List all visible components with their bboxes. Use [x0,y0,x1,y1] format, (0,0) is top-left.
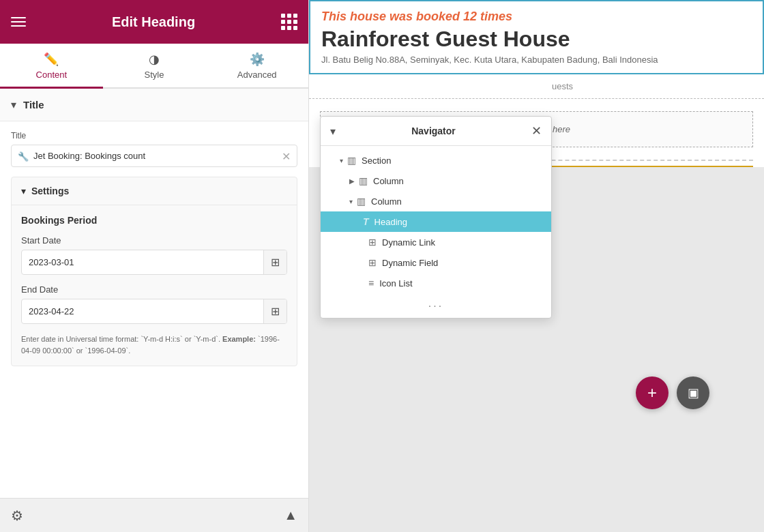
nav-dynfield-label: Dynamic Field [382,258,438,268]
nav-col2-icon: ▥ [357,196,366,207]
panel-header: Edit Heading [0,0,308,44]
end-date-label: End Date [21,284,287,295]
left-panel: Edit Heading ✏️ Content ◑ Style ⚙️ Advan… [0,0,309,532]
nav-col1-label: Column [373,176,404,186]
tab-advanced[interactable]: ⚙️ Advanced [205,44,308,89]
nav-item-dynamic-link[interactable]: ⊞ Dynamic Link [321,232,551,252]
canvas-subtitle: Jl. Batu Belig No.88A, Seminyak, Kec. Ku… [321,55,752,65]
settings-header[interactable]: ▾ Settings [12,177,297,205]
right-panel: This house was booked 12 times Rainfores… [309,0,764,532]
nav-section-arrow: ▾ [340,157,343,164]
end-date-input-wrap: ⊞ [21,299,287,324]
nav-item-heading[interactable]: T Heading [321,211,551,232]
navigator-close-button[interactable]: ✕ [531,123,542,138]
start-date-field: Start Date ⊞ [21,235,287,275]
nav-section-icon: ▥ [347,155,356,166]
navigator-button[interactable]: ▣ [677,376,709,409]
nav-tree: ▾ ▥ Section ▶ ▥ Column ▾ ▥ Column T Head… [321,146,551,318]
nav-iconlist-icon: ≡ [368,278,374,289]
title-field-label: Title [11,131,297,141]
end-date-input[interactable] [22,301,263,322]
canvas-float-buttons: + ▣ [636,376,709,409]
settings-block: ▾ Settings Bookings Period Start Date ⊞ … [11,177,297,366]
grid-icon[interactable] [281,14,297,30]
clear-icon[interactable]: ✕ [282,149,291,162]
hint-main: Enter date in Universal time format: `Y-… [21,335,222,343]
settings-body: Bookings Period Start Date ⊞ End Date ⊞ [12,205,297,324]
panel-title: Edit Heading [112,14,195,30]
navigator-header: ▾ Navigator ✕ [321,117,551,146]
start-date-input-wrap: ⊞ [21,250,287,275]
expand-icon[interactable]: ▲ [284,507,297,523]
hint-text: Enter date in Universal time format: `Y-… [12,334,297,366]
start-date-input[interactable] [22,252,263,273]
gear-icon[interactable]: ⚙ [11,507,23,524]
tab-advanced-label: Advanced [237,70,277,80]
panel-tabs: ✏️ Content ◑ Style ⚙️ Advanced [0,44,308,89]
title-input[interactable] [11,145,297,167]
nav-heading-label: Heading [374,217,407,227]
nav-item-column2[interactable]: ▾ ▥ Column [321,191,551,211]
hint-bold: Example: [222,335,256,343]
hamburger-icon[interactable] [11,14,26,29]
start-date-label: Start Date [21,235,287,246]
canvas-italic-text: This house was booked 12 times [321,10,752,24]
navigator-panel: ▾ Navigator ✕ ▾ ▥ Section ▶ ▥ Column ▾ ▥… [320,116,552,319]
settings-title: Settings [31,186,69,196]
start-date-picker-icon[interactable]: ⊞ [263,250,286,274]
nav-item-dynamic-field[interactable]: ⊞ Dynamic Field [321,252,551,273]
nav-col1-arrow: ▶ [349,177,355,185]
nav-heading-icon: T [363,216,369,227]
navigator-controls-left: ▾ [330,125,336,138]
advanced-icon: ⚙️ [250,52,265,67]
nav-item-column1[interactable]: ▶ ▥ Column [321,171,551,191]
title-section-header[interactable]: ▾ Title [0,89,308,121]
tab-content-label: Content [36,70,68,80]
nav-item-section[interactable]: ▾ ▥ Section [321,150,551,171]
content-icon: ✏️ [44,52,59,67]
tab-content[interactable]: ✏️ Content [0,44,103,89]
canvas-top-bar: This house was booked 12 times Rainfores… [309,0,764,74]
nav-down-icon[interactable]: ▾ [330,125,336,138]
tab-style[interactable]: ◑ Style [103,44,206,89]
bookings-period-label: Bookings Period [21,215,287,226]
tab-style-label: Style [145,70,164,80]
nav-col2-arrow: ▾ [349,198,353,205]
canvas-section-bar: uests [309,74,764,99]
nav-dynlink-icon: ⊞ [368,237,377,248]
nav-iconlist-label: Icon List [379,278,412,289]
add-widget-button[interactable]: + [636,376,668,409]
title-field-group: Title 🔧 ✕ [0,121,308,177]
nav-section-label: Section [362,156,391,166]
title-input-wrap: 🔧 ✕ [11,145,297,167]
settings-collapse-icon: ▾ [21,186,26,196]
nav-dynlink-label: Dynamic Link [382,237,435,248]
nav-col2-label: Column [371,196,402,207]
canvas-main-title: Rainforest Guest House [321,27,752,52]
panel-content: ▾ Title Title 🔧 ✕ ▾ Settings Bookings Pe… [0,89,308,498]
end-date-picker-icon[interactable]: ⊞ [263,299,286,323]
title-section-label: Title [23,99,44,110]
canvas-guests-text: uests [552,81,573,91]
nav-more[interactable]: ... [321,293,551,314]
nav-dynfield-icon: ⊞ [368,257,377,268]
panel-bottom: ⚙ ▲ [0,498,308,532]
style-icon: ◑ [149,52,160,67]
nav-item-icon-list[interactable]: ≡ Icon List [321,273,551,293]
wrench-icon: 🔧 [18,151,29,161]
nav-col1-icon: ▥ [359,175,368,186]
end-date-field: End Date ⊞ [21,284,287,324]
collapse-icon[interactable]: ▾ [11,98,16,111]
navigator-title: Navigator [411,125,456,136]
